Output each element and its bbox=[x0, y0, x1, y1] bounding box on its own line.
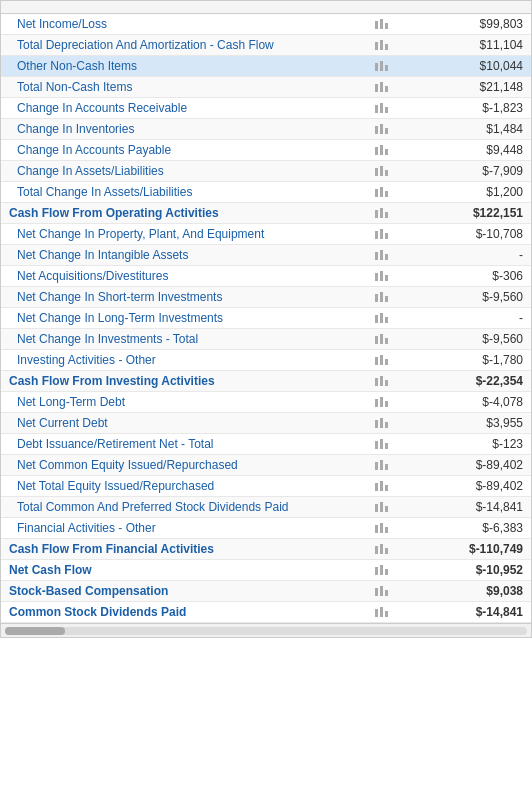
svg-rect-54 bbox=[375, 399, 378, 407]
svg-rect-3 bbox=[375, 42, 378, 50]
bar-chart-icon[interactable] bbox=[361, 140, 403, 161]
svg-rect-35 bbox=[385, 254, 388, 260]
scroll-thumb[interactable] bbox=[5, 627, 65, 635]
svg-rect-65 bbox=[385, 464, 388, 470]
row-label: Debt Issuance/Retirement Net - Total bbox=[1, 434, 361, 455]
row-value: $-306 bbox=[403, 266, 531, 287]
svg-rect-31 bbox=[380, 229, 383, 239]
svg-rect-11 bbox=[385, 86, 388, 92]
bar-chart-icon[interactable] bbox=[361, 560, 403, 581]
row-label: Change In Assets/Liabilities bbox=[1, 161, 361, 182]
row-value: $-110,749 bbox=[403, 539, 531, 560]
svg-rect-4 bbox=[380, 40, 383, 50]
bar-chart-icon[interactable] bbox=[361, 77, 403, 98]
row-label: Net Total Equity Issued/Repurchased bbox=[1, 476, 361, 497]
svg-rect-76 bbox=[380, 544, 383, 554]
row-label: Total Change In Assets/Liabilities bbox=[1, 182, 361, 203]
row-label: Net Income/Loss bbox=[1, 14, 361, 35]
svg-rect-63 bbox=[375, 462, 378, 470]
row-value: $-4,078 bbox=[403, 392, 531, 413]
svg-rect-51 bbox=[375, 378, 378, 386]
bar-chart-icon[interactable] bbox=[361, 224, 403, 245]
row-label: Total Common And Preferred Stock Dividen… bbox=[1, 497, 361, 518]
row-label: Net Change In Property, Plant, And Equip… bbox=[1, 224, 361, 245]
row-label: Total Non-Cash Items bbox=[1, 77, 361, 98]
bar-chart-icon[interactable] bbox=[361, 497, 403, 518]
row-label: Net Long-Term Debt bbox=[1, 392, 361, 413]
row-label: Cash Flow From Investing Activities bbox=[1, 371, 361, 392]
svg-rect-28 bbox=[380, 208, 383, 218]
bar-chart-icon[interactable] bbox=[361, 413, 403, 434]
row-label: Change In Accounts Receivable bbox=[1, 98, 361, 119]
svg-rect-2 bbox=[385, 23, 388, 29]
svg-rect-86 bbox=[385, 611, 388, 617]
row-label: Net Current Debt bbox=[1, 413, 361, 434]
row-value: $-14,841 bbox=[403, 602, 531, 623]
header-icon-col bbox=[361, 1, 403, 14]
bar-chart-icon[interactable] bbox=[361, 308, 403, 329]
svg-rect-46 bbox=[380, 334, 383, 344]
row-value: $-9,560 bbox=[403, 329, 531, 350]
row-value: $-6,383 bbox=[403, 518, 531, 539]
bar-chart-icon[interactable] bbox=[361, 371, 403, 392]
bar-chart-icon[interactable] bbox=[361, 98, 403, 119]
bar-chart-icon[interactable] bbox=[361, 602, 403, 623]
svg-rect-23 bbox=[385, 170, 388, 176]
svg-rect-38 bbox=[385, 275, 388, 281]
svg-rect-30 bbox=[375, 231, 378, 239]
row-label: Cash Flow From Operating Activities bbox=[1, 203, 361, 224]
svg-rect-6 bbox=[375, 63, 378, 71]
bar-chart-icon[interactable] bbox=[361, 161, 403, 182]
svg-rect-71 bbox=[385, 506, 388, 512]
row-label: Net Change In Investments - Total bbox=[1, 329, 361, 350]
row-label: Other Non-Cash Items bbox=[1, 56, 361, 77]
bar-chart-icon[interactable] bbox=[361, 35, 403, 56]
svg-rect-32 bbox=[385, 233, 388, 239]
bar-chart-icon[interactable] bbox=[361, 266, 403, 287]
bar-chart-icon[interactable] bbox=[361, 539, 403, 560]
horizontal-scrollbar[interactable] bbox=[1, 623, 531, 637]
row-value: $21,148 bbox=[403, 77, 531, 98]
svg-rect-42 bbox=[375, 315, 378, 323]
header-label bbox=[1, 1, 361, 14]
bar-chart-icon[interactable] bbox=[361, 56, 403, 77]
bar-chart-icon[interactable] bbox=[361, 182, 403, 203]
row-value: $99,803 bbox=[403, 14, 531, 35]
row-label: Change In Accounts Payable bbox=[1, 140, 361, 161]
svg-rect-26 bbox=[385, 191, 388, 197]
svg-rect-55 bbox=[380, 397, 383, 407]
svg-rect-83 bbox=[385, 590, 388, 596]
bar-chart-icon[interactable] bbox=[361, 581, 403, 602]
bar-chart-icon[interactable] bbox=[361, 350, 403, 371]
svg-rect-8 bbox=[385, 65, 388, 71]
bar-chart-icon[interactable] bbox=[361, 434, 403, 455]
svg-rect-68 bbox=[385, 485, 388, 491]
svg-rect-20 bbox=[385, 149, 388, 155]
bar-chart-icon[interactable] bbox=[361, 392, 403, 413]
svg-rect-10 bbox=[380, 82, 383, 92]
bar-chart-icon[interactable] bbox=[361, 329, 403, 350]
svg-rect-78 bbox=[375, 567, 378, 575]
svg-rect-72 bbox=[375, 525, 378, 533]
bar-chart-icon[interactable] bbox=[361, 119, 403, 140]
svg-rect-82 bbox=[380, 586, 383, 596]
svg-rect-14 bbox=[385, 107, 388, 113]
bar-chart-icon[interactable] bbox=[361, 287, 403, 308]
header-value bbox=[403, 1, 531, 14]
bar-chart-icon[interactable] bbox=[361, 476, 403, 497]
svg-rect-7 bbox=[380, 61, 383, 71]
row-label: Net Common Equity Issued/Repurchased bbox=[1, 455, 361, 476]
row-value: $-89,402 bbox=[403, 476, 531, 497]
bar-chart-icon[interactable] bbox=[361, 455, 403, 476]
bar-chart-icon[interactable] bbox=[361, 14, 403, 35]
bar-chart-icon[interactable] bbox=[361, 518, 403, 539]
row-label: Net Change In Intangible Assets bbox=[1, 245, 361, 266]
row-value: $-123 bbox=[403, 434, 531, 455]
svg-rect-70 bbox=[380, 502, 383, 512]
svg-rect-40 bbox=[380, 292, 383, 302]
scroll-track[interactable] bbox=[5, 627, 527, 635]
bar-chart-icon[interactable] bbox=[361, 245, 403, 266]
bar-chart-icon[interactable] bbox=[361, 203, 403, 224]
svg-rect-37 bbox=[380, 271, 383, 281]
svg-rect-73 bbox=[380, 523, 383, 533]
